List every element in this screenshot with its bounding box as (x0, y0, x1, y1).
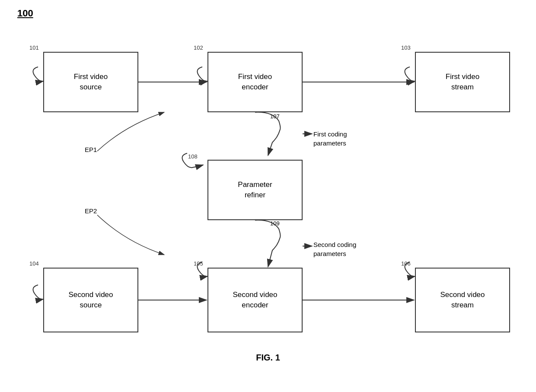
second-coding-params-label: Second codingparameters (313, 240, 356, 258)
second-video-source-box: Second videosource (43, 268, 138, 332)
ref-108: 108 (188, 153, 198, 160)
ref-106: 106 (401, 260, 411, 267)
parameter-refiner-label: Parameterrefiner (238, 180, 272, 200)
first-video-stream-box: First videostream (415, 52, 510, 112)
ref-105: 105 (194, 260, 203, 267)
first-coding-params-label: First codingparameters (313, 130, 347, 148)
ref-101: 101 (29, 44, 39, 51)
first-video-encoder-box: First videoencoder (207, 52, 303, 112)
second-video-source-label: Second videosource (68, 290, 113, 310)
ep1-label: EP1 (85, 146, 97, 153)
ref-107: 107 (270, 113, 280, 120)
diagram-title: 100 (17, 8, 33, 19)
parameter-refiner-box: Parameterrefiner (207, 160, 303, 220)
first-video-encoder-label: First videoencoder (238, 72, 272, 92)
ref-109: 109 (270, 220, 280, 227)
ref-103: 103 (401, 44, 411, 51)
fig-label: FIG. 1 (256, 353, 280, 363)
ep2-label: EP2 (85, 207, 97, 215)
diagram-container: 100 First videosource 101 First videoenc… (0, 0, 536, 371)
second-video-stream-box: Second videostream (415, 268, 510, 332)
second-video-encoder-label: Second videoencoder (233, 290, 277, 310)
first-video-stream-label: First videostream (446, 72, 479, 92)
first-video-source-label: First videosource (74, 72, 108, 92)
second-video-stream-label: Second videostream (440, 290, 485, 310)
second-video-encoder-box: Second videoencoder (207, 268, 303, 332)
ref-104: 104 (29, 260, 39, 267)
first-video-source-box: First videosource (43, 52, 138, 112)
ref-102: 102 (194, 44, 203, 51)
